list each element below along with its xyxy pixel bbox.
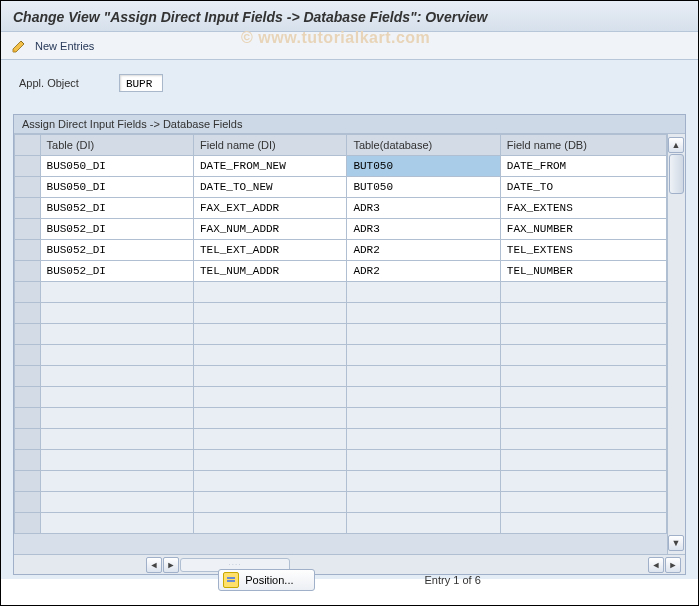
- table-cell[interactable]: [500, 366, 666, 387]
- row-selector[interactable]: [15, 366, 41, 387]
- table-row[interactable]: [15, 408, 667, 429]
- column-header[interactable]: Table(database): [347, 135, 500, 156]
- vertical-scrollbar[interactable]: ▲ ▼: [667, 134, 685, 554]
- table-cell[interactable]: DATE_FROM_NEW: [193, 156, 346, 177]
- table-cell[interactable]: [500, 324, 666, 345]
- table-cell[interactable]: [347, 366, 500, 387]
- table-cell[interactable]: TEL_NUMBER: [500, 261, 666, 282]
- table-cell[interactable]: [40, 513, 193, 534]
- table-row[interactable]: BUS052_DITEL_NUM_ADDRADR2TEL_NUMBER: [15, 261, 667, 282]
- column-header[interactable]: Field name (DI): [193, 135, 346, 156]
- row-selector[interactable]: [15, 177, 41, 198]
- table-cell[interactable]: [193, 282, 346, 303]
- appl-object-field[interactable]: BUPR: [119, 74, 163, 92]
- row-selector[interactable]: [15, 261, 41, 282]
- table-cell[interactable]: BUS050_DI: [40, 177, 193, 198]
- table-cell[interactable]: [347, 408, 500, 429]
- table-cell[interactable]: [347, 429, 500, 450]
- table-cell[interactable]: [40, 282, 193, 303]
- table-cell[interactable]: [500, 471, 666, 492]
- position-button[interactable]: Position...: [218, 569, 314, 591]
- row-selector[interactable]: [15, 240, 41, 261]
- row-selector[interactable]: [15, 450, 41, 471]
- table-cell[interactable]: [40, 408, 193, 429]
- table-cell[interactable]: BUT050: [347, 177, 500, 198]
- row-selector[interactable]: [15, 408, 41, 429]
- table-cell[interactable]: ADR3: [347, 219, 500, 240]
- table-cell[interactable]: FAX_NUM_ADDR: [193, 219, 346, 240]
- table-cell[interactable]: TEL_EXTENS: [500, 240, 666, 261]
- table-cell[interactable]: [193, 408, 346, 429]
- row-selector[interactable]: [15, 471, 41, 492]
- scroll-thumb[interactable]: [669, 154, 684, 194]
- table-cell[interactable]: DATE_FROM: [500, 156, 666, 177]
- table-cell[interactable]: BUS052_DI: [40, 261, 193, 282]
- table-cell[interactable]: BUS052_DI: [40, 198, 193, 219]
- table-cell[interactable]: [347, 387, 500, 408]
- table-cell[interactable]: [193, 345, 346, 366]
- table-cell[interactable]: DATE_TO_NEW: [193, 177, 346, 198]
- table-row[interactable]: [15, 282, 667, 303]
- table-cell[interactable]: [500, 429, 666, 450]
- column-header[interactable]: Field name (DB): [500, 135, 666, 156]
- table-row[interactable]: [15, 366, 667, 387]
- row-selector[interactable]: [15, 324, 41, 345]
- table-row[interactable]: [15, 387, 667, 408]
- table-cell[interactable]: [40, 366, 193, 387]
- row-selector[interactable]: [15, 219, 41, 240]
- table-cell[interactable]: ADR2: [347, 240, 500, 261]
- table-cell[interactable]: [193, 429, 346, 450]
- table-row[interactable]: BUS050_DIDATE_FROM_NEWBUT050DATE_FROM: [15, 156, 667, 177]
- table-cell[interactable]: [500, 492, 666, 513]
- table-cell[interactable]: [193, 303, 346, 324]
- table-row[interactable]: [15, 450, 667, 471]
- table-cell[interactable]: BUT050: [347, 156, 500, 177]
- table-cell[interactable]: [347, 324, 500, 345]
- table-cell[interactable]: [347, 345, 500, 366]
- table-cell[interactable]: [500, 513, 666, 534]
- table-cell[interactable]: [500, 450, 666, 471]
- table-cell[interactable]: [500, 408, 666, 429]
- new-entries-button[interactable]: New Entries: [35, 40, 94, 52]
- table-cell[interactable]: ADR3: [347, 198, 500, 219]
- table-cell[interactable]: [347, 303, 500, 324]
- table-row[interactable]: BUS052_DITEL_EXT_ADDRADR2TEL_EXTENS: [15, 240, 667, 261]
- row-selector[interactable]: [15, 513, 41, 534]
- table-cell[interactable]: TEL_EXT_ADDR: [193, 240, 346, 261]
- column-header[interactable]: Table (DI): [40, 135, 193, 156]
- table-cell[interactable]: FAX_NUMBER: [500, 219, 666, 240]
- table-cell[interactable]: [193, 492, 346, 513]
- table-row[interactable]: [15, 324, 667, 345]
- row-selector[interactable]: [15, 156, 41, 177]
- table-cell[interactable]: [193, 324, 346, 345]
- table-row[interactable]: BUS050_DIDATE_TO_NEWBUT050DATE_TO: [15, 177, 667, 198]
- table-cell[interactable]: [193, 366, 346, 387]
- table-cell[interactable]: [347, 492, 500, 513]
- table-cell[interactable]: DATE_TO: [500, 177, 666, 198]
- table-cell[interactable]: [40, 387, 193, 408]
- table-row[interactable]: [15, 492, 667, 513]
- table-cell[interactable]: [40, 345, 193, 366]
- table-cell[interactable]: [40, 450, 193, 471]
- table-cell[interactable]: [500, 282, 666, 303]
- table-cell[interactable]: [500, 303, 666, 324]
- table-cell[interactable]: [193, 471, 346, 492]
- table-cell[interactable]: [347, 471, 500, 492]
- table-cell[interactable]: [40, 303, 193, 324]
- table-cell[interactable]: TEL_NUM_ADDR: [193, 261, 346, 282]
- table-cell[interactable]: [347, 450, 500, 471]
- table-cell[interactable]: [193, 387, 346, 408]
- table-cell[interactable]: [193, 450, 346, 471]
- table-cell[interactable]: FAX_EXTENS: [500, 198, 666, 219]
- table-cell[interactable]: ADR2: [347, 261, 500, 282]
- table-cell[interactable]: [40, 429, 193, 450]
- table-cell[interactable]: BUS050_DI: [40, 156, 193, 177]
- row-selector[interactable]: [15, 492, 41, 513]
- scroll-up-icon[interactable]: ▲: [668, 137, 684, 153]
- table-cell[interactable]: [40, 471, 193, 492]
- table-row[interactable]: [15, 471, 667, 492]
- table-row[interactable]: [15, 345, 667, 366]
- row-selector[interactable]: [15, 429, 41, 450]
- row-selector[interactable]: [15, 303, 41, 324]
- table-cell[interactable]: BUS052_DI: [40, 240, 193, 261]
